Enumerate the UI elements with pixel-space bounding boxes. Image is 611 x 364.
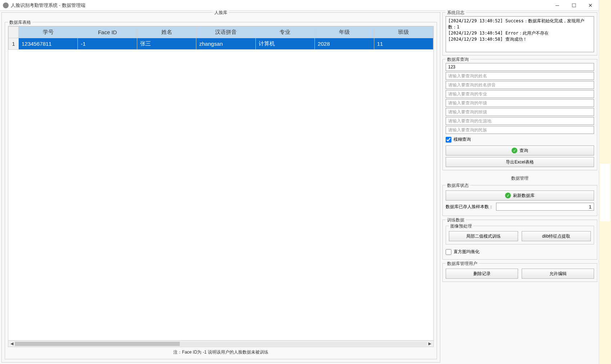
db-status-legend: 数据库状态 xyxy=(446,183,470,189)
table-cell[interactable]: -1 xyxy=(78,38,137,50)
side-strip xyxy=(599,0,611,364)
db-table-panel: 数据库表格 学号 Face ID 姓名 汉语拼音 专业 年级 xyxy=(5,22,437,359)
col-major[interactable]: 专业 xyxy=(255,27,315,38)
user-mgmt-legend: 数据库管理用户 xyxy=(446,261,479,267)
col-class[interactable]: 班级 xyxy=(374,27,433,38)
query-panel: 数据库查询 模糊查询 ✓ 查询 导出Excel表格 xyxy=(442,59,597,170)
delete-record-button[interactable]: 删除记录 xyxy=(446,269,518,279)
delete-record-label: 删除记录 xyxy=(473,271,491,277)
query-origin-input[interactable] xyxy=(446,117,594,125)
table-cell[interactable]: 2028 xyxy=(315,38,374,50)
table-row[interactable]: 11234567811-1张三zhangsan计算机202811 xyxy=(9,38,433,50)
data-table[interactable]: 学号 Face ID 姓名 汉语拼音 专业 年级 班级 11234567811-… xyxy=(8,26,434,341)
train-panel: 训练数据 图像预处理 局部二值模式训练 dlib特征点提取 直方图均衡化 xyxy=(442,220,597,260)
user-mgmt-panel: 数据库管理用户 删除记录 允许编辑 xyxy=(442,263,597,282)
preproc-legend: 图像预处理 xyxy=(449,223,473,229)
query-name-input[interactable] xyxy=(446,72,594,80)
close-button[interactable]: ✕ xyxy=(582,0,599,11)
query-class-input[interactable] xyxy=(446,108,594,116)
refresh-db-label: 刷新数据库 xyxy=(513,193,535,199)
table-cell[interactable]: 1234567811 xyxy=(19,38,78,50)
log-panel: 系统日志 [2024/12/29 13:40:52] Success：数据库初始… xyxy=(442,12,597,55)
preproc-panel: 图像预处理 局部二值模式训练 dlib特征点提取 xyxy=(446,226,594,244)
table-cell[interactable]: zhangsan xyxy=(196,38,255,50)
col-student-id[interactable]: 学号 xyxy=(19,27,78,38)
maximize-button[interactable]: ☐ xyxy=(566,0,582,11)
scroll-left-icon[interactable]: ◀ xyxy=(9,341,15,346)
col-grade[interactable]: 年级 xyxy=(315,27,374,38)
log-legend: 系统日志 xyxy=(446,10,466,16)
scroll-right-icon[interactable]: ▶ xyxy=(427,341,433,346)
query-grade-input[interactable] xyxy=(446,99,594,107)
hist-eq-checkbox[interactable] xyxy=(446,249,451,255)
query-pinyin-input[interactable] xyxy=(446,81,594,89)
train-legend: 训练数据 xyxy=(446,217,466,223)
db-status-panel: 数据库状态 ✓ 刷新数据库 数据库已存人脸样本数： xyxy=(442,185,597,216)
refresh-db-button[interactable]: ✓ 刷新数据库 xyxy=(446,190,594,201)
allow-edit-label: 允许编辑 xyxy=(549,271,567,277)
export-button-label: 导出Excel表格 xyxy=(506,159,534,165)
row-number: 1 xyxy=(9,38,19,50)
fuzzy-checkbox[interactable] xyxy=(446,137,451,143)
search-button[interactable]: ✓ 查询 xyxy=(446,145,594,156)
table-note: 注：Face ID为 -1 说明该用户的人脸数据未被训练 xyxy=(8,347,434,356)
db-table-legend: 数据库表格 xyxy=(8,19,32,26)
minimize-button[interactable]: ─ xyxy=(549,0,566,11)
col-pinyin[interactable]: 汉语拼音 xyxy=(196,27,255,38)
sample-count-value xyxy=(496,203,594,211)
hist-eq-label: 直方图均衡化 xyxy=(454,249,480,255)
sample-count-label: 数据库已存人脸样本数： xyxy=(446,204,493,210)
table-cell[interactable]: 计算机 xyxy=(255,38,315,50)
fuzzy-label: 模糊查询 xyxy=(454,136,471,143)
query-id-input[interactable] xyxy=(446,63,594,71)
window-title: 人脸识别考勤管理系统 - 数据管理端 xyxy=(11,2,85,9)
log-textarea[interactable]: [2024/12/29 13:40:52] Success：数据库初始化完成，发… xyxy=(446,16,594,52)
table-cell[interactable]: 11 xyxy=(374,38,433,50)
lbp-train-label: 局部二值模式训练 xyxy=(466,233,501,239)
col-name[interactable]: 姓名 xyxy=(137,27,196,38)
col-face-id[interactable]: Face ID xyxy=(78,27,137,38)
dlib-extract-button[interactable]: dlib特征点提取 xyxy=(522,231,591,241)
allow-edit-button[interactable]: 允许编辑 xyxy=(522,269,594,279)
query-major-input[interactable] xyxy=(446,90,594,98)
horizontal-scrollbar[interactable]: ◀ ▶ xyxy=(8,341,434,347)
titlebar: 人脸识别考勤管理系统 - 数据管理端 ─ ☐ ✕ xyxy=(0,0,599,11)
table-cell[interactable]: 张三 xyxy=(137,38,196,50)
dlib-extract-label: dlib特征点提取 xyxy=(542,233,571,239)
lbp-train-button[interactable]: 局部二值模式训练 xyxy=(449,231,518,241)
app-icon xyxy=(3,3,9,8)
face-db-panel: 人脸库 数据库表格 学号 Face ID 姓名 汉语拼音 专业 xyxy=(1,12,440,363)
check-icon: ✓ xyxy=(512,148,517,153)
query-legend: 数据库查询 xyxy=(446,57,470,63)
search-button-label: 查询 xyxy=(519,148,528,154)
export-button[interactable]: 导出Excel表格 xyxy=(446,157,594,167)
check-icon: ✓ xyxy=(505,193,511,198)
row-num-header xyxy=(9,27,19,38)
query-ethnic-input[interactable] xyxy=(446,126,594,134)
face-db-legend: 人脸库 xyxy=(213,10,229,16)
manage-center-label: 数据管理 xyxy=(442,174,597,181)
